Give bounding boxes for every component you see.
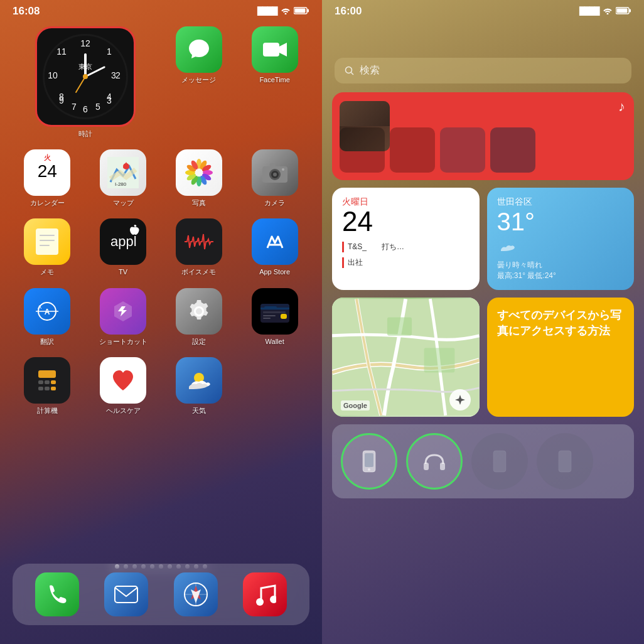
location-icon (454, 394, 466, 405)
two-col-row-2: Google すべてのデバイスから写真にアクセスする方法 (332, 298, 634, 417)
svg-text:3: 3 (111, 70, 116, 80)
calculator-label: 計算機 (37, 407, 58, 415)
findmy-device-phone[interactable] (341, 433, 397, 490)
shortcuts-icon (109, 298, 137, 325)
app-calculator[interactable]: 計算機 (13, 357, 82, 415)
tips-text: すべてのデバイスから写真にアクセスする方法 (497, 308, 625, 339)
svg-text:A: A (38, 304, 41, 310)
svg-rect-69 (38, 387, 43, 390)
app-settings[interactable]: 設定 (164, 288, 234, 346)
app-appstore[interactable]: App Store (240, 218, 309, 276)
app-clock[interactable]: 12 1 2 3 6 9 10 11 3 4 5 7 8 (13, 26, 158, 138)
svg-text:4: 4 (107, 92, 112, 102)
music-widget[interactable]: ♪ (332, 92, 634, 180)
cloud-icon (497, 239, 516, 254)
app-shortcuts[interactable]: ショートカット (89, 288, 158, 346)
facetime-label: FaceTime (259, 76, 290, 84)
svg-text:2: 2 (115, 70, 121, 80)
svg-text:7: 7 (72, 102, 77, 112)
svg-line-85 (352, 72, 354, 75)
messages-icon (186, 37, 212, 62)
calendar-event-1: T&S_ 打ち… (342, 242, 470, 252)
camera-label: カメラ (264, 199, 285, 207)
findmy-widget[interactable] (332, 424, 634, 498)
svg-rect-50 (40, 245, 50, 246)
findmy-device-inactive-1[interactable] (471, 433, 528, 490)
svg-rect-1 (308, 9, 309, 12)
maps-icon: I-280 (107, 157, 139, 188)
app-notes[interactable]: メモ (13, 218, 82, 276)
findmy-device-headphones[interactable] (406, 433, 463, 490)
svg-rect-82 (630, 9, 631, 12)
phone-device-icon-3 (556, 450, 574, 473)
dock-safari[interactable] (174, 572, 218, 616)
app-maps[interactable]: I-280 マップ (89, 149, 158, 207)
phone-device-icon (360, 450, 378, 473)
svg-rect-94 (493, 451, 506, 472)
svg-rect-71 (51, 387, 56, 390)
translate-icon: A A (33, 298, 61, 325)
app-photos[interactable]: 写真 (164, 149, 234, 207)
app-grid: 12 1 2 3 6 9 10 11 3 4 5 7 8 (0, 20, 322, 415)
svg-rect-66 (38, 380, 43, 384)
findmy-device-inactive-2[interactable] (537, 433, 593, 490)
status-bar-left: 16:08 ▉▉▉▉ (0, 0, 322, 20)
svg-point-44 (273, 173, 277, 176)
wallet-label: Wallet (266, 338, 284, 346)
phone-icon (46, 583, 68, 606)
dock-music[interactable] (243, 572, 287, 616)
svg-text:12: 12 (80, 38, 90, 48)
notes-label: メモ (40, 268, 54, 276)
dock-mail[interactable] (104, 572, 148, 616)
app-health[interactable]: ヘルスケア (89, 357, 158, 415)
app-calendar[interactable]: 火 24 カレンダー (13, 149, 82, 207)
search-bar[interactable]: 検索 (335, 58, 631, 83)
app-camera[interactable]: カメラ (240, 149, 309, 207)
svg-point-84 (346, 67, 352, 73)
svg-text:5: 5 (95, 102, 100, 112)
svg-point-91 (368, 468, 370, 471)
weather-icon (185, 367, 213, 394)
app-facetime[interactable]: FaceTime (240, 26, 309, 138)
app-wallet[interactable]: Wallet (240, 288, 309, 346)
calendar-widget[interactable]: 火曜日 24 T&S_ 打ち… 出社 (332, 188, 480, 290)
svg-point-79 (256, 598, 264, 606)
svg-rect-67 (45, 380, 50, 384)
app-voicememo[interactable]: ボイスメモ (164, 218, 234, 276)
appstore-label: App Store (259, 268, 290, 276)
settings-icon (185, 298, 213, 325)
app-messages[interactable]: メッセージ (164, 26, 234, 138)
messages-label: メッセージ (181, 76, 216, 84)
right-phone-screen: 16:00 ▉▉▉▉ 検索 (322, 0, 644, 644)
app-translate[interactable]: A A 翻訳 (13, 288, 82, 346)
svg-rect-92 (424, 463, 429, 470)
clock-face-svg: 12 1 2 3 6 9 10 11 3 4 5 7 8 (41, 33, 129, 121)
calculator-icon (33, 367, 61, 394)
svg-text:11: 11 (56, 46, 67, 56)
svg-point-22 (83, 74, 88, 79)
dock-phone[interactable] (35, 572, 79, 616)
appletv-label: TV (119, 268, 127, 276)
tips-widget[interactable]: すべてのデバイスから写真にアクセスする方法 (487, 298, 635, 417)
music-note-icon: ♪ (618, 99, 625, 115)
svg-rect-49 (40, 240, 55, 241)
voicememo-label: ボイスメモ (181, 268, 216, 276)
clock-label: 時計 (78, 130, 92, 138)
battery-icon-right (616, 7, 631, 16)
photos-icon (183, 157, 215, 188)
app-appletv[interactable]: apple tv TV (89, 218, 158, 276)
svg-rect-93 (440, 463, 445, 470)
maps-widget[interactable]: Google (332, 298, 480, 417)
weather-widget[interactable]: 世田谷区 31° 曇り時々晴れ 最高:31° 最低:24° (487, 188, 635, 290)
search-placeholder: 検索 (360, 64, 380, 77)
svg-rect-2 (295, 8, 306, 13)
svg-text:6: 6 (83, 104, 88, 114)
maps-location-button[interactable] (449, 389, 471, 411)
safari-icon (182, 581, 210, 608)
time-left: 16:08 (13, 5, 40, 18)
svg-rect-23 (263, 43, 279, 56)
left-phone-screen: 16:08 ▉▉▉▉ (0, 0, 322, 644)
app-weather[interactable]: 天気 (164, 357, 234, 415)
svg-point-80 (270, 596, 276, 603)
wallet-icon (259, 299, 291, 324)
